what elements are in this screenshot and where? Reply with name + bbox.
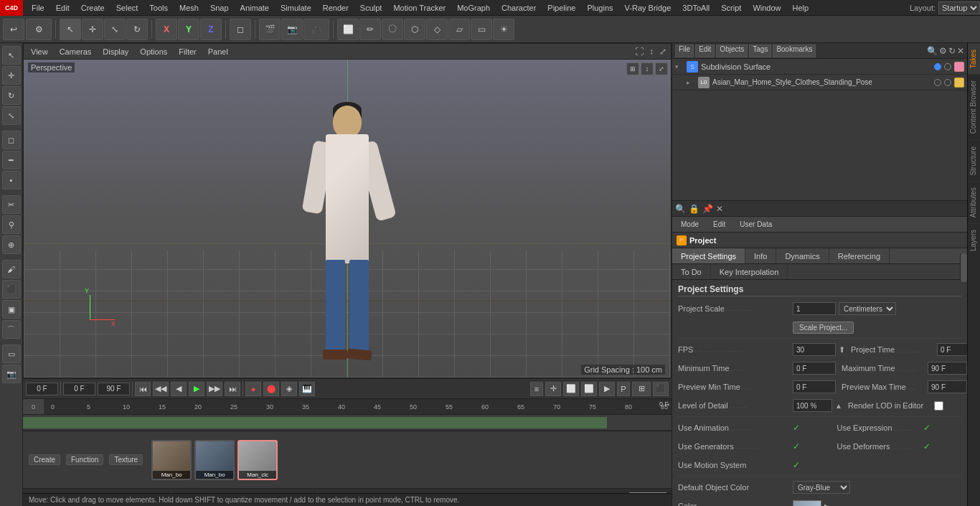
color-swatch[interactable]	[793, 500, 821, 506]
menu-pipeline[interactable]: Pipeline	[542, 0, 581, 15]
objects-bookmarks-btn[interactable]: Bookmarks	[773, 44, 816, 57]
tab-attributes-side[interactable]: Attributes	[968, 181, 980, 223]
auto-btn[interactable]: P	[617, 382, 630, 396]
tab-project-settings[interactable]: Project Settings	[672, 248, 745, 263]
pen-button[interactable]: ✏	[359, 19, 381, 40]
transform-tools-button[interactable]: ✛	[545, 382, 561, 396]
scale-tool-button[interactable]: ⤡	[104, 19, 126, 40]
key-button[interactable]: ◈	[281, 382, 297, 396]
scale-left-btn[interactable]: ⤡	[2, 106, 21, 125]
viewport-menu-cameras[interactable]: Cameras	[57, 47, 95, 56]
menu-plugins[interactable]: Plugins	[581, 0, 618, 15]
tab-layers[interactable]: Layers	[968, 223, 980, 257]
objects-edit-btn[interactable]: Edit	[695, 44, 715, 57]
undo-button[interactable]: ↩	[3, 19, 24, 40]
move-left-btn[interactable]: ✛	[2, 66, 21, 85]
menu-character[interactable]: Character	[496, 0, 542, 15]
objects-refresh-icon[interactable]: ↻	[948, 46, 956, 56]
attr-search-icon[interactable]: 🔍	[675, 204, 686, 214]
end-frame-input[interactable]	[98, 383, 130, 395]
edge-left-btn[interactable]: ━	[2, 151, 21, 169]
nurbs-button[interactable]: 〇	[382, 19, 403, 40]
menu-mesh[interactable]: Mesh	[174, 0, 204, 15]
move-tool-button[interactable]: ✛	[82, 19, 103, 40]
tab-takes[interactable]: Takes	[968, 43, 980, 74]
cube-button[interactable]: ⬜	[337, 19, 359, 40]
menu-edit[interactable]: Edit	[50, 0, 75, 15]
tab-todo[interactable]: To Do	[672, 264, 711, 279]
play-button[interactable]: ▶	[189, 382, 204, 396]
vp-ctrl-3[interactable]: ⤢	[655, 62, 668, 75]
render-all-button[interactable]: 🎥	[303, 19, 329, 40]
grid-btn[interactable]: ⊞	[632, 382, 651, 396]
track-btn[interactable]: ▶	[599, 382, 615, 396]
visibility-dot-1[interactable]	[934, 63, 941, 70]
color-arrow[interactable]: ▶	[824, 502, 830, 507]
y-axis-button[interactable]: Y	[178, 19, 199, 40]
menu-select[interactable]: Select	[110, 0, 144, 15]
select-left-btn[interactable]: ↖	[2, 46, 21, 65]
max-time-input[interactable]	[928, 362, 967, 375]
knife-left-btn[interactable]: ✂	[2, 195, 21, 214]
objects-file-btn[interactable]: File	[675, 44, 694, 57]
material-function-btn[interactable]: Function	[66, 454, 103, 465]
menu-file[interactable]: File	[26, 0, 50, 15]
menu-vray[interactable]: V-Ray Bridge	[619, 0, 677, 15]
go-start-button[interactable]: ⏮	[135, 382, 151, 396]
fps-input[interactable]	[793, 343, 836, 356]
object-item-man[interactable]: ▸ L0 Asian_Man_Home_Style_Clothes_Standi…	[672, 75, 967, 90]
paint-left-btn[interactable]: 🖌	[2, 260, 21, 278]
timeline-opts-button[interactable]: ≡	[530, 382, 543, 396]
rotate-tool-button[interactable]: ↻	[126, 19, 148, 40]
floor-left-btn[interactable]: ▭	[2, 345, 21, 363]
render-settings-button[interactable]: ⚙	[26, 19, 52, 40]
scale-unit-select[interactable]: Centimeters Meters Inches	[839, 302, 896, 315]
record-button[interactable]: ●	[245, 382, 261, 396]
rotate-left-btn[interactable]: ↻	[2, 86, 21, 105]
viewport-menu-filter[interactable]: Filter	[176, 47, 199, 56]
render-pic-button[interactable]: 📷	[281, 19, 303, 40]
go-end-button[interactable]: ⏭	[225, 382, 240, 396]
menu-tools[interactable]: Tools	[143, 0, 174, 15]
menu-sculpt[interactable]: Sculpt	[354, 0, 388, 15]
menu-snap[interactable]: Snap	[204, 0, 235, 15]
visibility-dot-2[interactable]	[944, 63, 951, 70]
visibility-dot-4[interactable]	[944, 79, 951, 86]
object-item-subdivision[interactable]: ▾ S Subdivision Surface	[672, 59, 967, 75]
select-tool-button[interactable]: ↖	[60, 19, 81, 40]
material-swatch-0[interactable]: Man_bo	[151, 440, 192, 480]
field-button[interactable]: ◇	[426, 19, 448, 40]
render-lod-checkbox[interactable]	[934, 401, 943, 411]
tab-content-browser[interactable]: Content Browser	[968, 74, 980, 139]
camera-left-btn[interactable]: 📷	[2, 365, 21, 383]
menu-mograph[interactable]: MoGraph	[451, 0, 496, 15]
piano-button[interactable]: 🎹	[299, 382, 315, 396]
viewport-icon-3[interactable]: ⤢	[659, 47, 666, 57]
mode-btn-mode[interactable]: Mode	[675, 220, 705, 229]
eraser-left-btn[interactable]: ▣	[2, 300, 21, 319]
render-view-button[interactable]: 🎬	[259, 19, 281, 40]
mode-btn-edit[interactable]: Edit	[707, 220, 731, 229]
menu-motion-tracker[interactable]: Motion Tracker	[387, 0, 451, 15]
tab-key-interpolation[interactable]: Key Interpolation	[711, 264, 788, 279]
attr-pin-icon[interactable]: 📌	[702, 204, 713, 214]
deform-button[interactable]: ⬡	[404, 19, 425, 40]
tab-referencing[interactable]: Referencing	[829, 248, 890, 263]
weld-left-btn[interactable]: ⊕	[2, 235, 21, 254]
poly-left-btn[interactable]: ◻	[2, 131, 21, 149]
material-texture-btn[interactable]: Texture	[109, 454, 143, 465]
start-frame-input[interactable]	[63, 383, 95, 395]
floor-button[interactable]: ▭	[471, 19, 492, 40]
menu-script[interactable]: Script	[715, 0, 747, 15]
menu-simulate[interactable]: Simulate	[275, 0, 317, 15]
objects-objects-btn[interactable]: Objects	[716, 44, 748, 57]
min-time-input[interactable]	[793, 362, 836, 375]
menu-animate[interactable]: Animate	[235, 0, 275, 15]
preview-min-input[interactable]	[793, 380, 836, 393]
viewport-menu-view[interactable]: View	[28, 47, 51, 56]
scale-project-button[interactable]: Scale Project...	[793, 322, 854, 334]
magnet-left-btn[interactable]: ⚲	[2, 215, 21, 234]
menu-3dtoall[interactable]: 3DToAll	[677, 0, 715, 15]
tab-info[interactable]: Info	[745, 248, 776, 263]
auto-key-button[interactable]: ⬤	[263, 382, 279, 396]
